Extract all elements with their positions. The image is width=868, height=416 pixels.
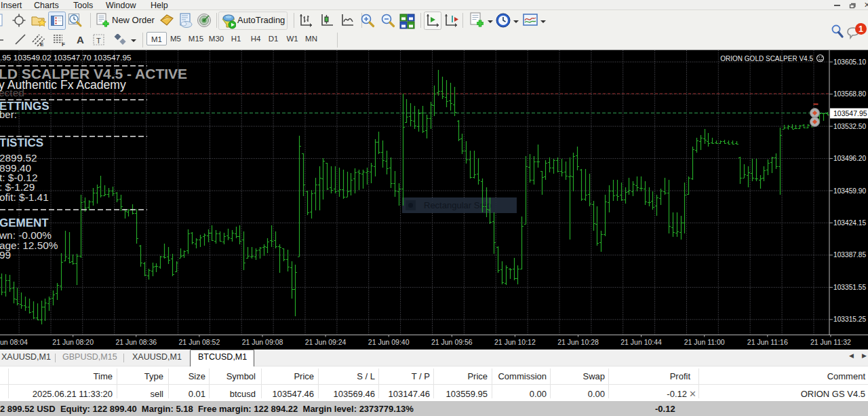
svg-text:T: T xyxy=(96,37,101,45)
svg-text:103459.90: 103459.90 xyxy=(833,187,866,195)
svg-text:103315.25: 103315.25 xyxy=(833,316,866,323)
svg-text:103547.95: 103547.95 xyxy=(833,109,867,117)
svg-text:21 Jun 10:44: 21 Jun 10:44 xyxy=(620,338,662,346)
svg-text:.95 103549.02 103547.70 103547: .95 103549.02 103547.70 103547.95 xyxy=(0,53,132,62)
svg-text:ected: ected xyxy=(0,87,24,98)
svg-text:un 08:04: un 08:04 xyxy=(0,338,28,346)
svg-text:TISTICS: TISTICS xyxy=(0,136,43,149)
svg-text:103424.15: 103424.15 xyxy=(833,219,866,227)
svg-text:21 Jun 08:20: 21 Jun 08:20 xyxy=(52,338,94,346)
svg-text:F: F xyxy=(62,41,65,47)
svg-text:ORION GOLD SCALPER V4.5: ORION GOLD SCALPER V4.5 xyxy=(720,55,813,62)
svg-text:21 Jun 10:12: 21 Jun 10:12 xyxy=(494,338,536,346)
svg-text:E: E xyxy=(40,41,44,47)
svg-text:21 Jun 11:16: 21 Jun 11:16 xyxy=(747,338,788,346)
svg-text:21 Jun 11:32: 21 Jun 11:32 xyxy=(810,338,851,346)
svg-text:103496.20: 103496.20 xyxy=(833,155,866,162)
svg-text:103532.50: 103532.50 xyxy=(833,123,866,130)
svg-text:ofit: $-1.41: ofit: $-1.41 xyxy=(0,191,49,203)
svg-text:103568.80: 103568.80 xyxy=(833,90,866,98)
svg-text:21 Jun 08:52: 21 Jun 08:52 xyxy=(179,338,220,346)
svg-text:99: 99 xyxy=(0,249,11,261)
svg-text:Rectangular Snip: Rectangular Snip xyxy=(424,200,492,210)
svg-text:21 Jun 09:40: 21 Jun 09:40 xyxy=(368,338,410,346)
svg-text:21 Jun 10:28: 21 Jun 10:28 xyxy=(557,338,599,346)
svg-text:21 Jun 09:24: 21 Jun 09:24 xyxy=(305,338,347,346)
svg-text:21 Jun 11:00: 21 Jun 11:00 xyxy=(684,338,725,346)
svg-text:103605.10: 103605.10 xyxy=(833,58,866,66)
svg-text:21 Jun 09:56: 21 Jun 09:56 xyxy=(431,338,473,346)
svg-text:1: 1 xyxy=(859,24,863,34)
svg-text:21 Jun 09:08: 21 Jun 09:08 xyxy=(242,338,283,346)
svg-text:103387.85: 103387.85 xyxy=(833,251,866,259)
svg-text:103351.55: 103351.55 xyxy=(833,284,866,291)
svg-text:A: A xyxy=(77,34,84,45)
svg-text:21 Jun 08:36: 21 Jun 08:36 xyxy=(115,338,157,346)
svg-text:GEMENT: GEMENT xyxy=(0,216,49,229)
svg-text:ber:: ber: xyxy=(0,109,17,120)
